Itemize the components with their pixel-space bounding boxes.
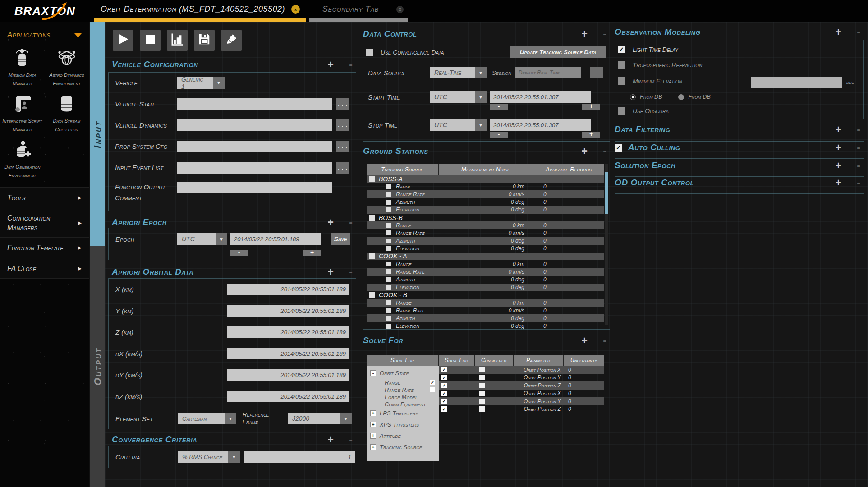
bar-chart-button[interactable] bbox=[167, 30, 188, 51]
considered-checkbox[interactable] bbox=[479, 367, 485, 372]
sidebar-app-mission-data-manager[interactable]: Mission DataManager bbox=[0, 47, 45, 88]
z-km-input[interactable] bbox=[227, 326, 349, 338]
station-group-row[interactable]: COOK - A bbox=[367, 253, 604, 260]
from-db-radio-1[interactable] bbox=[630, 94, 636, 100]
edit-script-button[interactable] bbox=[221, 30, 242, 51]
save-button[interactable] bbox=[194, 30, 215, 51]
expand-panel-button[interactable]: + bbox=[328, 266, 334, 278]
expand-panel-button[interactable]: + bbox=[836, 124, 841, 135]
measurement-row[interactable]: Elevation0 deg0 bbox=[367, 206, 604, 214]
tree-item-comm-equipment[interactable]: Comm Equipment bbox=[367, 400, 439, 408]
sidebar-item-function-template[interactable]: Function Template▶ bbox=[0, 237, 89, 258]
collapse-panel-button[interactable]: - bbox=[603, 335, 606, 346]
measurement-row[interactable]: Azimuth0 deg0 bbox=[367, 276, 604, 283]
considered-checkbox[interactable] bbox=[479, 391, 485, 396]
stop-timezone-dropdown[interactable]: UTC ▼ bbox=[430, 119, 487, 131]
increment-stop-time-button[interactable]: + bbox=[582, 132, 600, 138]
parameter-row[interactable]: ✓Orbit Position Z0 bbox=[439, 381, 604, 390]
epoch-timezone-dropdown[interactable]: UTC ▼ bbox=[177, 233, 227, 245]
parameter-row[interactable]: ✓Orbit Position Y0 bbox=[439, 397, 604, 405]
solve-checkbox[interactable]: ✓ bbox=[441, 367, 447, 372]
dx-km-s-input[interactable] bbox=[227, 348, 349, 359]
considered-checkbox[interactable] bbox=[479, 383, 485, 388]
close-tab-icon[interactable]: x bbox=[396, 6, 404, 13]
measurement-checkbox[interactable] bbox=[386, 269, 391, 274]
expand-panel-button[interactable]: + bbox=[836, 177, 841, 188]
element-set-dropdown[interactable]: Cartesian ▼ bbox=[178, 413, 236, 424]
update-tracking-source-data-button[interactable]: Update Tracking Source Data bbox=[510, 46, 606, 58]
from-db-radio-2[interactable] bbox=[678, 94, 684, 100]
collapse-panel-button[interactable]: - bbox=[349, 266, 353, 278]
solve-checkbox[interactable]: ✓ bbox=[441, 399, 447, 404]
collapse-panel-button[interactable]: - bbox=[857, 26, 860, 38]
increment-start-time-button[interactable]: + bbox=[582, 104, 600, 110]
data-source-dropdown[interactable]: Real-Time ▼ bbox=[430, 67, 487, 78]
output-side-tab[interactable]: Output bbox=[90, 246, 105, 487]
stop-time-input[interactable] bbox=[490, 119, 591, 131]
measurement-checkbox[interactable] bbox=[386, 262, 391, 266]
tab-secondary[interactable]: Secondary Tab x bbox=[309, 0, 408, 18]
tree-item-attitude[interactable]: +Attitude bbox=[367, 430, 439, 441]
collapse-panel-button[interactable]: - bbox=[349, 59, 353, 70]
function-output-comment-input[interactable] bbox=[177, 182, 332, 193]
measurement-row[interactable]: Elevation0 deg0 bbox=[367, 322, 604, 330]
expand-panel-button[interactable]: + bbox=[582, 145, 588, 157]
station-group-row[interactable]: COOK - B bbox=[367, 291, 604, 299]
collapse-panel-button[interactable]: - bbox=[857, 124, 860, 135]
scrollbar[interactable] bbox=[605, 164, 608, 325]
x-km-input[interactable] bbox=[227, 284, 349, 295]
tree-item-lps-thrusters[interactable]: +LPS Thrusters bbox=[367, 408, 439, 419]
collapse-panel-button[interactable]: - bbox=[603, 28, 606, 40]
considered-checkbox[interactable] bbox=[479, 399, 485, 404]
prop-system-cfg-input[interactable] bbox=[177, 141, 332, 152]
tree-item-range-rate[interactable]: Range Rate bbox=[367, 386, 439, 393]
parameter-row[interactable]: ✓Orbit Position Y0 bbox=[439, 374, 604, 382]
close-tab-icon[interactable]: x bbox=[291, 5, 300, 14]
vehicle-state-input[interactable] bbox=[177, 98, 332, 110]
measurement-row[interactable]: Range Rate0 km/s0 bbox=[367, 268, 604, 276]
measurement-row[interactable]: Range Rate0 km/s0 bbox=[367, 190, 604, 198]
sidebar-app-interactive-script-manager[interactable]: Interactive ScriptManager bbox=[0, 93, 45, 134]
tree-item-checkbox[interactable]: ✓ bbox=[430, 380, 435, 385]
measurement-checkbox[interactable] bbox=[386, 184, 391, 189]
minimum-elevation-checkbox[interactable] bbox=[618, 77, 625, 85]
measurement-row[interactable]: Range0 km0 bbox=[367, 221, 604, 229]
save-button[interactable]: Save bbox=[331, 233, 350, 245]
tree-item-orbit-state[interactable]: -Orbit State bbox=[367, 368, 439, 379]
measurement-row[interactable]: Range Rate0 km/s0 bbox=[367, 307, 604, 314]
solve-checkbox[interactable]: ✓ bbox=[441, 406, 447, 412]
vehicle-dropdown[interactable]: Generic 1 ▼ bbox=[177, 77, 225, 89]
expand-panel-button[interactable]: + bbox=[328, 216, 334, 228]
measurement-row[interactable]: Range0 km0 bbox=[367, 183, 604, 190]
collapse-panel-button[interactable]: - bbox=[349, 216, 353, 228]
expand-node-icon[interactable]: + bbox=[370, 433, 376, 439]
input-side-tab[interactable]: Input bbox=[90, 22, 105, 246]
expand-panel-button[interactable]: + bbox=[582, 335, 588, 346]
measurement-row[interactable]: Elevation0 deg0 bbox=[367, 284, 604, 291]
station-checkbox[interactable] bbox=[369, 253, 375, 259]
measurement-row[interactable]: Range0 km0 bbox=[367, 299, 604, 307]
parameter-row[interactable]: ✓Orbit Position X0 bbox=[439, 366, 604, 374]
tree-item-checkbox[interactable] bbox=[430, 387, 435, 392]
collapse-panel-button[interactable]: - bbox=[349, 434, 353, 446]
measurement-checkbox[interactable] bbox=[386, 285, 391, 290]
browse-session-button[interactable]: . . . bbox=[590, 67, 603, 78]
measurement-row[interactable]: Range0 km0 bbox=[367, 260, 604, 268]
decrement-time-button[interactable]: - bbox=[230, 250, 248, 256]
measurement-checkbox[interactable] bbox=[386, 324, 391, 329]
epoch-datetime-input[interactable] bbox=[230, 233, 321, 245]
tropospheric-refraction-checkbox[interactable] bbox=[618, 61, 625, 69]
solve-checkbox[interactable]: ✓ bbox=[441, 383, 447, 388]
sidebar-app-astro-dynamics-environment[interactable]: Astro DynamicsEnvironment bbox=[45, 47, 89, 88]
measurement-row[interactable]: Azimuth0 deg0 bbox=[367, 314, 604, 322]
measurement-row[interactable]: Azimuth0 deg0 bbox=[367, 198, 604, 206]
browse-vehicle-state-button[interactable]: . . . bbox=[336, 98, 349, 110]
measurement-checkbox[interactable] bbox=[386, 207, 391, 212]
station-checkbox[interactable] bbox=[369, 215, 375, 221]
dy-km-s-input[interactable] bbox=[227, 369, 349, 381]
input-event-list-input[interactable] bbox=[177, 162, 332, 174]
light-time-delay-checkbox[interactable]: ✓ bbox=[618, 46, 625, 53]
browse-vehicle-dynamics-button[interactable]: . . . bbox=[336, 119, 349, 131]
measurement-checkbox[interactable] bbox=[386, 277, 391, 282]
expand-node-icon[interactable]: + bbox=[370, 422, 376, 427]
